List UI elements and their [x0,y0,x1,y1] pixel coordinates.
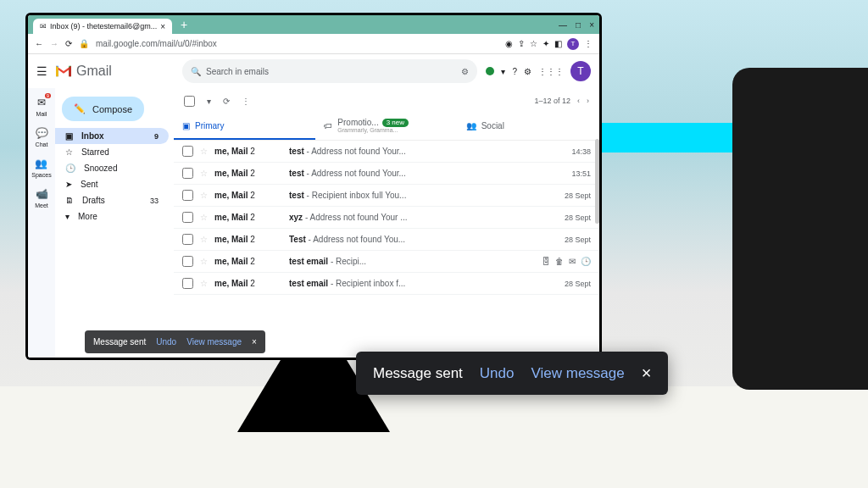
toast-text: Message sent [93,337,146,347]
app-leftrail: ✉9 Mail 💬 Chat 👥 Spaces 📹 Meet [28,88,55,358]
email-list: ☆ me, Mail 2 test - Address not found Yo… [174,141,599,358]
prev-page-icon[interactable]: ‹ [577,97,580,105]
sidebar-item-sent[interactable]: ➤Sent [55,176,169,192]
snooze-icon[interactable]: 🕒 [581,257,591,266]
email-row[interactable]: ☆ me, Mail 2 test email - Recipi... 🗄🗑✉🕒 [174,251,599,273]
account-avatar[interactable]: T [570,61,591,81]
sidebar-item-starred[interactable]: ☆Starred [55,144,169,160]
row-checkbox[interactable] [182,278,193,289]
close-tab-icon[interactable]: × [160,22,165,31]
email-row[interactable]: ☆ me, Mail 2 xyz - Address not found You… [174,207,599,229]
compose-button[interactable]: ✏️ Compose [62,97,144,121]
search-box[interactable]: 🔍 Search in emails ⚙ [182,59,477,83]
browser-avatar[interactable]: T [567,38,579,50]
gmail-logo[interactable]: Gmail [54,64,112,79]
mark-read-icon[interactable]: ✉ [569,257,576,266]
tab-social[interactable]: 👥 Social [458,114,599,140]
row-checkbox[interactable] [182,190,193,201]
inbox-icon: ▣ [65,131,73,141]
bookmark-icon[interactable]: ☆ [530,39,537,48]
apps-icon[interactable]: ⋮⋮⋮ [538,67,564,76]
sidebar-item-inbox[interactable]: ▣Inbox9 [55,128,169,144]
email-row[interactable]: ☆ me, Mail 2 test email - Recipient inbo… [174,273,599,295]
sidebar-item-snoozed[interactable]: 🕒Snoozed [55,160,169,176]
tune-icon[interactable]: ⚙ [461,67,469,76]
star-icon[interactable]: ☆ [200,279,208,288]
chevron-down-icon[interactable]: ▾ [501,67,505,76]
forward-icon[interactable]: → [50,39,58,48]
email-sender: me, Mail 2 [214,279,282,288]
star-icon[interactable]: ☆ [200,191,208,200]
email-row[interactable]: ☆ me, Mail 2 test - Address not found Yo… [174,141,599,163]
next-page-icon[interactable]: › [587,97,589,105]
row-checkbox[interactable] [182,256,193,267]
scrollbar[interactable] [595,139,599,224]
browser-tab[interactable]: ✉ Inbox (9) - thetestemail6@gm... × [33,19,172,34]
close-window-icon[interactable]: × [589,20,594,30]
toast-undo-button[interactable]: Undo [156,337,176,347]
email-row[interactable]: ☆ me, Mail 2 test - Recipient inbox full… [174,185,599,207]
extension-square-icon[interactable]: ◧ [554,39,562,48]
gmail-favicon: ✉ [40,22,47,30]
maximize-icon[interactable]: □ [576,20,581,30]
more-actions-icon[interactable]: ⋮ [242,97,250,106]
email-sender: me, Mail 2 [214,169,282,178]
back-icon[interactable]: ← [35,39,43,48]
leftrail-chat[interactable]: 💬 Chat [34,125,49,147]
browser-titlebar: ✉ Inbox (9) - thetestemail6@gm... × + — … [28,15,599,34]
leftrail-meet[interactable]: 📹 Meet [34,186,49,208]
more-icon: ▾ [65,212,70,221]
star-icon[interactable]: ☆ [200,169,208,178]
minimize-icon[interactable]: — [559,20,567,30]
row-checkbox[interactable] [182,234,193,245]
reload-icon[interactable]: ⟳ [65,39,72,48]
share-icon[interactable]: ⇪ [518,39,525,48]
hamburger-icon[interactable]: ☰ [36,64,47,78]
star-icon: ☆ [65,147,73,157]
toast-message-sent: Message sent Undo View message × [85,330,265,353]
toast-view-button[interactable]: View message [186,337,242,347]
email-row[interactable]: ☆ me, Mail 2 test - Address not found Yo… [174,163,599,185]
leftrail-mail[interactable]: ✉9 Mail [34,95,49,117]
sidebar-item-more[interactable]: ▾More [55,208,169,225]
star-icon[interactable]: ☆ [200,147,208,156]
star-icon[interactable]: ☆ [200,257,208,266]
email-subject: test - Recipient inbox full You... [289,191,558,200]
status-indicator[interactable] [486,67,494,75]
help-icon[interactable]: ? [512,67,517,76]
toast-large-view[interactable]: View message [531,365,624,382]
tag-icon: 🏷 [324,121,332,130]
eye-icon[interactable]: ◉ [505,39,513,48]
row-checkbox[interactable] [182,168,193,179]
select-dropdown-icon[interactable]: ▾ [207,97,211,106]
sidebar-item-drafts[interactable]: 🗎Drafts33 [55,192,169,208]
email-row[interactable]: ☆ me, Mail 2 Test - Address not found Yo… [174,229,599,251]
url-text[interactable]: mail.google.com/mail/u/0/#inbox [96,39,217,48]
tab-promotions[interactable]: 🏷 Promotio... 3 new Grammarly, Gramma... [315,114,457,140]
select-all-checkbox[interactable] [184,96,195,107]
extensions-icon[interactable]: ✦ [542,39,549,48]
archive-icon[interactable]: 🗄 [542,257,550,266]
social-icon: 👥 [466,121,476,130]
delete-icon[interactable]: 🗑 [555,257,564,266]
tab-primary[interactable]: ▣ Primary [174,114,315,140]
lock-icon: 🔒 [79,39,89,48]
toast-close-icon[interactable]: × [252,337,257,347]
toast-overlay-large: Message sent Undo View message × [356,352,668,395]
row-checkbox[interactable] [182,212,193,223]
new-tab-button[interactable]: + [175,18,192,31]
browser-menu-icon[interactable]: ⋮ [584,39,593,48]
toast-large-close-icon[interactable]: × [642,363,652,383]
list-toolbar: ▾ ⟳ ⋮ 1–12 of 12 ‹ › [174,88,599,114]
row-checkbox[interactable] [182,146,193,157]
search-icon: 🔍 [191,67,201,76]
mail-icon: ✉9 [34,95,49,110]
leftrail-spaces[interactable]: 👥 Spaces [31,156,51,178]
star-icon[interactable]: ☆ [200,235,208,244]
gmail-product-name: Gmail [76,64,112,79]
star-icon[interactable]: ☆ [200,213,208,222]
toast-large-undo[interactable]: Undo [480,365,515,382]
email-sender: me, Mail 2 [214,213,282,222]
settings-icon[interactable]: ⚙ [524,67,531,76]
refresh-icon[interactable]: ⟳ [223,97,230,106]
